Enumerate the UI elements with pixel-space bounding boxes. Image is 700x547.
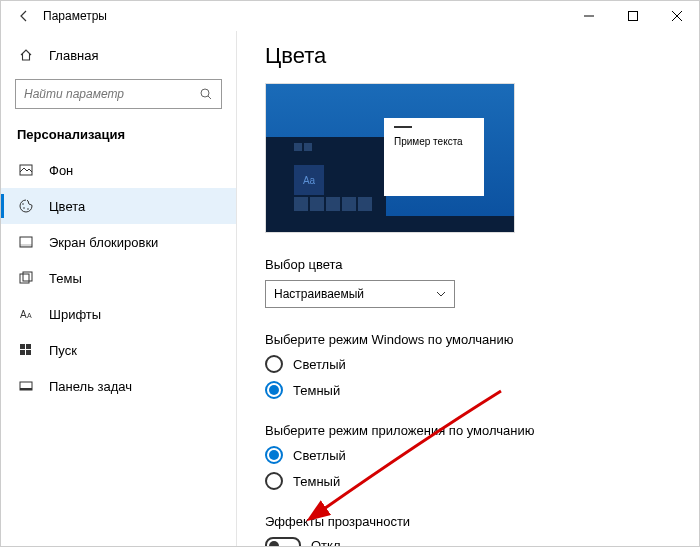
windows-mode-dark-radio[interactable]: Темный	[265, 381, 671, 399]
dropdown-value: Настраиваемый	[274, 287, 364, 301]
minimize-button[interactable]	[567, 1, 611, 31]
search-input[interactable]	[24, 87, 199, 101]
back-button[interactable]	[9, 1, 39, 31]
svg-point-8	[23, 207, 25, 209]
preview-aa-tile: Aa	[294, 165, 324, 195]
fonts-icon: AA	[17, 307, 35, 321]
svg-rect-19	[26, 350, 31, 355]
color-choice-label: Выбор цвета	[265, 257, 671, 272]
home-icon	[17, 48, 35, 62]
transparency-state: Откл.	[311, 538, 344, 547]
svg-point-7	[22, 203, 24, 205]
section-title: Персонализация	[1, 121, 236, 152]
color-choice-dropdown[interactable]: Настраиваемый	[265, 280, 455, 308]
chevron-down-icon	[436, 289, 446, 299]
sidebar-item-start[interactable]: Пуск	[1, 332, 236, 368]
app-mode-light-radio[interactable]: Светлый	[265, 446, 671, 464]
app-mode-dark-radio[interactable]: Темный	[265, 472, 671, 490]
svg-point-9	[27, 208, 29, 210]
svg-rect-16	[20, 344, 25, 349]
svg-rect-21	[20, 388, 32, 390]
sidebar-item-background[interactable]: Фон	[1, 152, 236, 188]
maximize-button[interactable]	[611, 1, 655, 31]
radio-icon	[265, 446, 283, 464]
radio-label: Темный	[293, 474, 340, 489]
sidebar: Главная Персонализация Фон Цвета Экран б…	[1, 31, 237, 546]
taskbar-icon	[17, 379, 35, 393]
radio-label: Темный	[293, 383, 340, 398]
sidebar-item-label: Цвета	[49, 199, 85, 214]
window-title: Параметры	[43, 9, 107, 23]
sidebar-item-label: Экран блокировки	[49, 235, 158, 250]
svg-text:A: A	[27, 312, 32, 319]
color-preview: Aa Пример текста	[265, 83, 515, 233]
lockscreen-icon	[17, 235, 35, 249]
svg-rect-1	[629, 12, 638, 21]
themes-icon	[17, 271, 35, 285]
radio-label: Светлый	[293, 357, 346, 372]
palette-icon	[17, 199, 35, 213]
close-button[interactable]	[655, 1, 699, 31]
sample-text: Пример текста	[394, 136, 463, 147]
sidebar-item-label: Панель задач	[49, 379, 132, 394]
windows-mode-light-radio[interactable]: Светлый	[265, 355, 671, 373]
radio-icon	[265, 381, 283, 399]
start-icon	[17, 343, 35, 357]
home-label: Главная	[49, 48, 98, 63]
sidebar-item-colors[interactable]: Цвета	[1, 188, 236, 224]
radio-label: Светлый	[293, 448, 346, 463]
svg-point-4	[201, 89, 209, 97]
sidebar-item-themes[interactable]: Темы	[1, 260, 236, 296]
app-mode-label: Выберите режим приложения по умолчанию	[265, 423, 671, 438]
sidebar-item-label: Пуск	[49, 343, 77, 358]
svg-rect-13	[23, 272, 32, 281]
page-heading: Цвета	[265, 43, 671, 69]
svg-line-5	[208, 96, 211, 99]
svg-rect-12	[20, 274, 29, 283]
sidebar-item-fonts[interactable]: AA Шрифты	[1, 296, 236, 332]
transparency-toggle[interactable]	[265, 537, 301, 546]
search-input-container[interactable]	[15, 79, 222, 109]
svg-rect-17	[26, 344, 31, 349]
windows-mode-label: Выберите режим Windows по умолчанию	[265, 332, 671, 347]
sidebar-item-label: Темы	[49, 271, 82, 286]
sidebar-item-taskbar[interactable]: Панель задач	[1, 368, 236, 404]
svg-text:A: A	[20, 309, 27, 320]
home-link[interactable]: Главная	[1, 37, 236, 73]
sidebar-item-label: Фон	[49, 163, 73, 178]
svg-rect-18	[20, 350, 25, 355]
sidebar-item-label: Шрифты	[49, 307, 101, 322]
radio-icon	[265, 355, 283, 373]
transparency-label: Эффекты прозрачности	[265, 514, 671, 529]
content-area: Цвета Aa П	[237, 31, 699, 546]
svg-rect-11	[20, 244, 32, 247]
radio-icon	[265, 472, 283, 490]
picture-icon	[17, 163, 35, 177]
search-icon	[199, 87, 213, 101]
sample-text-window: Пример текста	[384, 118, 484, 196]
sidebar-item-lockscreen[interactable]: Экран блокировки	[1, 224, 236, 260]
